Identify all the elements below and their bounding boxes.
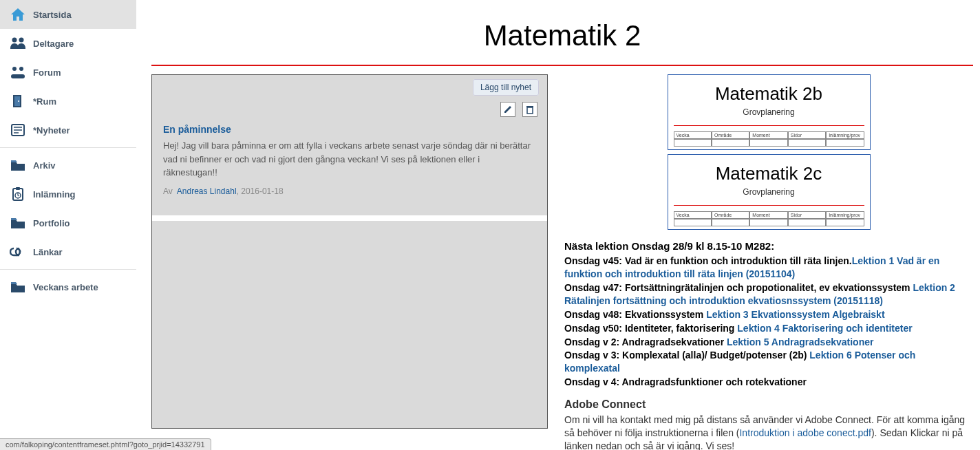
add-news-button[interactable]: Lägg till nyhet <box>473 79 539 96</box>
news-meta: Av Andreas Lindahl, 2016-01-18 <box>163 186 536 196</box>
schedule-header: Nästa lektion Onsdag 28/9 kl 8.15-10 M28… <box>564 239 973 253</box>
sidebar-item-veckans[interactable]: Veckans arbete <box>0 272 136 301</box>
sidebar-label: *Rum <box>33 96 56 107</box>
sidebar-item-portfolio[interactable]: Portfolio <box>0 208 136 237</box>
edit-icon[interactable] <box>500 102 515 117</box>
adobe-heading: Adobe Connect <box>564 397 973 412</box>
sidebar-item-nyheter[interactable]: *Nyheter <box>0 116 136 144</box>
sidebar-label: Arkiv <box>33 160 56 171</box>
schedule-line: Onsdag v45: Vad är en funktion och intro… <box>564 255 973 281</box>
sidebar-label: *Nyheter <box>33 125 70 136</box>
lesson-link[interactable]: Lektion 5 Andragradsekvationer <box>727 336 873 347</box>
people-icon <box>8 36 28 51</box>
delete-icon[interactable] <box>522 102 537 117</box>
folder-icon <box>8 158 28 173</box>
news-author-link[interactable]: Andreas Lindahl <box>177 186 237 196</box>
home-icon <box>8 7 28 22</box>
news-title[interactable]: En påminnelse <box>163 124 536 135</box>
lesson-link[interactable]: Lektion 3 Ekvationssystem Algebraiskt <box>706 309 884 320</box>
folder-icon <box>8 215 28 231</box>
thumb-title: Matematik 2b <box>674 83 864 105</box>
schedule-line: Onsdag v50: Identiteter, faktorisering L… <box>564 322 973 335</box>
svg-rect-16 <box>526 106 533 107</box>
sidebar-label: Inlämning <box>33 189 75 200</box>
schedule-line: Onsdag v47: Fortsättningrätalinjen och p… <box>564 281 973 308</box>
sidebar-label: Forum <box>33 67 61 78</box>
sidebar-item-arkiv[interactable]: Arkiv <box>0 151 136 180</box>
schedule-line: Onsdag v 3: Komplexatal (alla)/ Budget/p… <box>564 349 973 375</box>
plan-thumbnail[interactable]: Matematik 2c Grovplanering VeckaOmrådeMo… <box>668 154 871 230</box>
sidebar-divider <box>0 269 136 270</box>
schedule-line: Onsdag v 2: Andragradsekvationer Lektion… <box>564 336 973 349</box>
title-divider <box>151 65 973 66</box>
news-separator <box>152 215 547 221</box>
sidebar-item-inlamning[interactable]: Inlämning <box>0 180 136 208</box>
news-panel: Lägg till nyhet En påminnelse Hej! Jag v… <box>151 74 548 429</box>
schedule: Nästa lektion Onsdag 28/9 kl 8.15-10 M28… <box>564 239 973 450</box>
thumb-subtitle: Grovplanering <box>674 107 864 117</box>
sidebar-label: Veckans arbete <box>33 282 98 292</box>
lesson-link[interactable]: Lektion 4 Faktorisering och identiteter <box>737 323 912 334</box>
sidebar-divider <box>0 147 136 148</box>
news-icon <box>8 122 28 138</box>
door-icon <box>8 94 28 109</box>
sidebar-label: Startsida <box>33 10 72 20</box>
news-date: 2016-01-18 <box>241 186 283 196</box>
sidebar-item-rum[interactable]: *Rum <box>0 87 136 116</box>
sidebar-label: Deltagare <box>33 39 74 49</box>
thumb-title: Matematik 2c <box>674 163 864 184</box>
svg-rect-4 <box>11 74 25 78</box>
svg-point-3 <box>19 67 23 71</box>
main-content: Matematik 2 Lägg till nyhet En påminnels… <box>151 0 973 450</box>
svg-point-1 <box>19 38 24 43</box>
svg-point-2 <box>12 67 17 71</box>
svg-rect-13 <box>16 187 20 190</box>
sidebar-item-startsida[interactable]: Startsida <box>0 0 136 29</box>
sidebar-item-lankar[interactable]: Länkar <box>0 237 136 266</box>
page-title: Matematik 2 <box>151 0 973 65</box>
svg-rect-15 <box>527 107 533 114</box>
adobe-text: Om ni vill ha kontakt med mig på distans… <box>564 414 973 450</box>
sidebar-item-deltagare[interactable]: Deltagare <box>0 29 136 58</box>
schedule-line: Onsdag v48: Ekvationssystem Lektion 3 Ek… <box>564 308 973 321</box>
sidebar-label: Länkar <box>33 247 63 257</box>
plan-thumbnail[interactable]: Matematik 2b Grovplanering VeckaOmrådeMo… <box>668 74 871 150</box>
sidebar-item-forum[interactable]: Forum <box>0 58 136 87</box>
adobe-pdf-link[interactable]: Introduktion i adobe conect.pdf <box>739 427 871 438</box>
link-icon <box>8 244 28 259</box>
sidebar: Startsida Deltagare Forum *Rum *Nyheter … <box>0 0 136 450</box>
schedule-line: Onsdag v 4: Andragradsfunktioner och rot… <box>564 376 973 389</box>
forum-icon <box>8 65 28 80</box>
svg-point-0 <box>12 38 17 43</box>
news-body: Hej! Jag vill bara påminna er om att fyl… <box>163 139 536 180</box>
thumb-subtitle: Grovplanering <box>674 187 864 197</box>
folder-icon <box>8 279 28 294</box>
clipboard-icon <box>8 186 28 202</box>
status-bar: com/falkoping/contentframeset.phtml?goto… <box>0 438 211 450</box>
sidebar-label: Portfolio <box>33 218 70 228</box>
news-item: En påminnelse Hej! Jag vill bara påminna… <box>152 121 547 204</box>
svg-point-7 <box>18 100 19 102</box>
